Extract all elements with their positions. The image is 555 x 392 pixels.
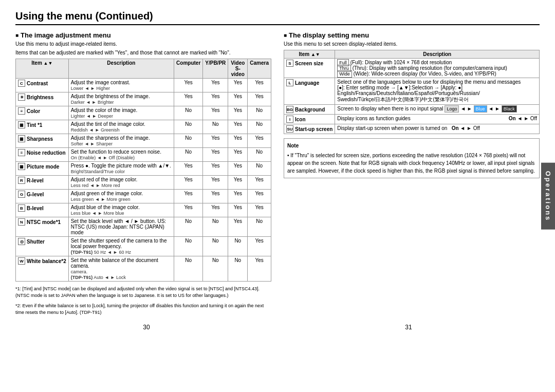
yn-cell: Yes	[228, 106, 248, 120]
item-name: ▦Tint *1	[18, 121, 66, 128]
item-desc: Adjust blue of the image color.Less blue…	[68, 203, 174, 217]
item-desc: Press ●. Toggle the picture mode with ▲/…	[68, 162, 174, 176]
yn-cell: Yes	[174, 190, 203, 203]
yn-cell: Yes	[203, 148, 228, 162]
table-row: BB-levelAdjust blue of the image color.L…	[16, 203, 271, 217]
table-row: ≡ColorAdjust the color of the image.Ligh…	[16, 106, 271, 120]
item-name: BGBackground	[286, 106, 332, 113]
table-row: ▦SharpnessAdjust the sharpness of the im…	[16, 134, 271, 148]
item-desc: Select one of the languages below to use…	[335, 78, 540, 105]
item-icon: R	[18, 177, 25, 184]
item-name: ▦Picture mode	[18, 163, 66, 170]
yn-cell: Yes	[203, 106, 228, 120]
yn-cell: Yes	[203, 92, 228, 106]
yn-cell: Yes	[248, 176, 271, 190]
item-icon: SU	[286, 125, 293, 133]
footnote1: *1: [Tint] and [NTSC mode] can be displa…	[15, 286, 271, 298]
right-column: The display setting menu Use this menu t…	[284, 31, 540, 315]
yn-cell: No	[203, 237, 228, 256]
yn-cell: No	[228, 256, 248, 282]
item-icon: C	[18, 80, 25, 87]
item-desc: Display start-up screen when power is tu…	[335, 124, 540, 134]
table-row: ☀BrightnessAdjust the brightness of the …	[16, 92, 271, 106]
item-name: ≡Color	[18, 107, 66, 115]
col-header-item: Item ▲▼	[16, 59, 69, 79]
yn-cell: No	[248, 120, 271, 134]
item-desc: Set the black level with ◄ / ► button. U…	[68, 217, 174, 237]
yn-cell: No	[174, 120, 203, 134]
item-name: IIcon	[286, 116, 332, 123]
item-name: ☀Brightness	[18, 94, 66, 101]
yn-cell: Yes	[228, 134, 248, 148]
yn-cell: Yes	[228, 176, 248, 190]
yn-cell: Yes	[203, 134, 228, 148]
yn-cell: Yes	[203, 79, 228, 92]
image-adjustment-table: Item ▲▼ Description Computer Y/PB/PR Vid…	[15, 59, 271, 282]
item-name: LLanguage	[286, 79, 332, 86]
right-section-title: The display setting menu	[284, 31, 540, 39]
table-row: NNTSC mode*1Set the black level with ◄ /…	[16, 217, 271, 237]
table-row: ▦Picture modePress ●. Toggle the picture…	[16, 162, 271, 176]
item-desc: Adjust the image contrast.Lower ◄ ► High…	[68, 79, 174, 92]
item-desc: Adjust the tint of the image color.Reddi…	[68, 120, 174, 134]
item-name: ≡Noise reduction	[18, 149, 66, 156]
col-header-computer: Computer	[174, 59, 203, 79]
item-icon: B	[18, 204, 25, 212]
page-right: 31	[405, 324, 412, 331]
item-name: WWhite balance*2	[18, 257, 66, 265]
yn-cell: No	[248, 106, 271, 120]
table-row: BGBackgroundScreen to display when there…	[284, 105, 540, 115]
item-name: RR-level	[18, 177, 66, 184]
yn-cell: Yes	[248, 190, 271, 203]
left-column: The image adjustment menu Use this menu …	[15, 31, 271, 315]
yn-cell: Yes	[174, 92, 203, 106]
item-desc: Set the shutter speed of the camera to t…	[68, 237, 174, 256]
item-icon: ≡	[18, 107, 25, 115]
yn-cell: Yes	[228, 190, 248, 203]
item-desc: Full (Full): Display with 1024 × 768 dot…	[335, 59, 540, 78]
footnote2: *2: Even if the white balance is set to …	[15, 303, 271, 315]
yn-cell: No	[174, 217, 203, 237]
note-box: Note • If "Thru" is selected for screen …	[284, 138, 540, 178]
item-name: GG-level	[18, 191, 66, 198]
item-name: ◎Shutter	[18, 238, 66, 245]
right-section-desc: Use this menu to set screen display-rela…	[284, 41, 540, 47]
page-left: 30	[143, 324, 150, 331]
item-icon: ▦	[18, 163, 25, 170]
yn-cell: Yes	[203, 190, 228, 203]
page-numbers: 30 31	[15, 324, 540, 331]
item-icon: L	[286, 79, 293, 86]
col-header-ypbpr: Y/PB/PR	[203, 59, 228, 79]
yn-cell: Yes	[174, 176, 203, 190]
yn-cell: No	[248, 217, 271, 237]
yn-cell: Yes	[248, 92, 271, 106]
item-name: SUStart-up screen	[286, 125, 332, 133]
yn-cell: No	[203, 217, 228, 237]
table-row: IIconDisplay icons as function guidesOn …	[284, 115, 540, 124]
item-icon: S	[286, 60, 293, 67]
table-row: SScreen size Full (Full): Display with 1…	[284, 59, 540, 78]
yn-cell: Yes	[248, 79, 271, 92]
right-col-item: Item ▲▼	[284, 50, 335, 59]
item-desc: Adjust the brightness of the image.Darke…	[68, 92, 174, 106]
item-desc: Adjust the sharpness of the image.Softer…	[68, 134, 174, 148]
item-icon: W	[18, 257, 25, 265]
yn-cell: No	[174, 148, 203, 162]
yn-cell: No	[203, 256, 228, 282]
item-icon: ▦	[18, 135, 25, 142]
yn-cell: Yes	[228, 92, 248, 106]
item-desc: Display icons as function guidesOn ◄ ► O…	[335, 115, 540, 124]
item-desc: Screen to display when there is no input…	[335, 105, 540, 115]
left-section-desc: Use this menu to adjust image-related it…	[15, 41, 271, 47]
item-desc: Adjust the color of the image.Lighter ◄ …	[68, 106, 174, 120]
yn-cell: No	[174, 134, 203, 148]
yn-cell: Yes	[248, 134, 271, 148]
page-title: Using the menu (Continued)	[15, 10, 540, 25]
table-row: SUStart-up screenDisplay start-up screen…	[284, 124, 540, 134]
yn-cell: Yes	[174, 79, 203, 92]
item-icon: ▦	[18, 121, 25, 128]
yn-cell: Yes	[203, 203, 228, 217]
item-name: NNTSC mode*1	[18, 218, 66, 226]
yn-cell: No	[174, 256, 203, 282]
item-name: BB-level	[18, 204, 66, 212]
